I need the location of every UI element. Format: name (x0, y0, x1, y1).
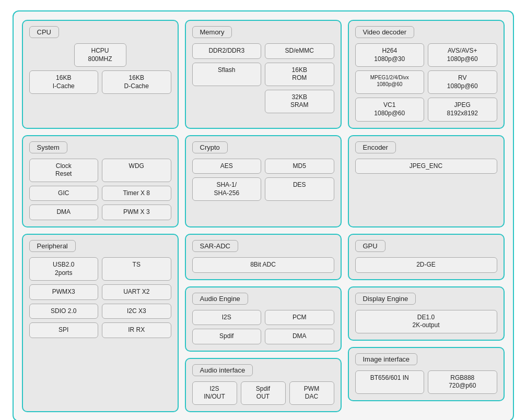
right-col: GPU 2D-GE Display Engine DE1.0 2K-output… (348, 234, 505, 412)
spi-cell: SPI (29, 322, 99, 338)
vc1-cell: VC1 1080p@60 (355, 98, 425, 121)
memory-title: Memory (192, 26, 232, 38)
video-decoder-block: Video decoder H264 1080p@30 AVS/AVS+ 108… (348, 20, 505, 129)
jpeg-enc-cell: JPEG_ENC (355, 159, 497, 174)
h264-cell: H264 1080p@30 (355, 43, 425, 67)
pwm-dac-cell: PWM DAC (289, 381, 334, 405)
ir-cell: IR RX (102, 322, 171, 338)
ddr2-cell: DDR2/DDR3 (192, 43, 262, 59)
ge-cell: 2D-GE (355, 257, 497, 273)
rv-cell: RV 1080p@60 (428, 70, 497, 94)
timer-cell: Timer X 8 (102, 186, 171, 201)
block-diagram: CPU HCPU 800MHZ 16KB I-Cache 16KB D-Cach… (13, 10, 514, 420)
aes-cell: AES (192, 159, 262, 174)
sar-adc-title: SAR-ADC (192, 240, 239, 252)
hcpu-cell: HCPU 800MHZ (74, 43, 126, 67)
audio-engine-block: Audio Engine I2S PCM Spdif DMA (185, 286, 342, 352)
image-interface-title: Image interface (355, 353, 418, 365)
display-engine-block: Display Engine DE1.0 2K-output (348, 286, 505, 341)
peripheral-block: Peripheral USB2.0 2ports TS PWMX3 UART X… (22, 234, 179, 412)
sar-adc-block: SAR-ADC 8Bit ADC (185, 234, 342, 280)
i2c-cell: I2C X3 (102, 304, 171, 319)
md5-cell: MD5 (265, 159, 334, 174)
adc-cell: 8Bit ADC (192, 257, 334, 273)
uart-cell: UART X2 (102, 284, 171, 300)
bt656-cell: BT656/601 IN (355, 370, 425, 394)
gpu-title: GPU (355, 240, 385, 252)
wdg-cell: WDG (102, 159, 171, 182)
spdif-engine-cell: Spdif (192, 329, 262, 344)
sdio-cell: SDIO 2.0 (29, 304, 99, 319)
pwmx3-cell: PWMX3 (29, 284, 99, 300)
peripheral-title: Peripheral (29, 240, 76, 252)
audio-engine-title: Audio Engine (192, 293, 248, 305)
sram-cell: 32KB SRAM (265, 90, 334, 113)
audio-interface-block: Audio interface I2S IN/OUT Spdif OUT PWM… (185, 358, 342, 412)
i2s-cell: I2S (192, 310, 262, 326)
pwm-cell: PWM X 3 (102, 205, 171, 220)
rgb888-cell: RGB888 720@p60 (428, 370, 497, 394)
encoder-title: Encoder (355, 141, 396, 153)
i2s-inout-cell: I2S IN/OUT (192, 381, 237, 405)
usb-cell: USB2.0 2ports (29, 257, 99, 281)
jpeg-cell: JPEG 8192x8192 (428, 98, 497, 121)
middle-col: SAR-ADC 8Bit ADC Audio Engine I2S PCM Sp… (185, 234, 342, 412)
spdif-out-cell: Spdif OUT (241, 381, 286, 405)
dma-engine-cell: DMA (265, 329, 334, 344)
de-cell: DE1.0 2K-output (355, 310, 497, 333)
cpu-title: CPU (29, 26, 59, 38)
rom-cell: 16KB ROM (265, 63, 334, 86)
image-interface-block: Image interface BT656/601 IN RGB888 720@… (348, 347, 505, 401)
crypto-block: Crypto AES MD5 SHA-1/ SHA-256 DES (185, 135, 342, 227)
crypto-title: Crypto (192, 141, 228, 153)
icache-cell: 16KB I-Cache (29, 70, 99, 94)
sflash-cell: Sflash (192, 63, 262, 86)
clock-reset-cell: Clock Reset (29, 159, 99, 182)
display-engine-title: Display Engine (355, 293, 416, 305)
sdemmc-cell: SD/eMMC (265, 43, 334, 59)
memory-block: Memory DDR2/DDR3 SD/eMMC Sflash 16KB ROM… (185, 20, 342, 129)
main-grid: CPU HCPU 800MHZ 16KB I-Cache 16KB D-Cach… (22, 20, 505, 412)
system-block: System Clock Reset WDG GIC Timer X 8 DMA… (22, 135, 179, 227)
avs-cell: AVS/AVS+ 1080p@60 (428, 43, 497, 67)
dcache-cell: 16KB D-Cache (102, 70, 171, 94)
gpu-block: GPU 2D-GE (348, 234, 505, 280)
pcm-cell: PCM (265, 310, 334, 326)
encoder-block: Encoder JPEG_ENC (348, 135, 505, 227)
cpu-block: CPU HCPU 800MHZ 16KB I-Cache 16KB D-Cach… (22, 20, 179, 129)
video-decoder-title: Video decoder (355, 26, 415, 38)
system-title: System (29, 141, 67, 153)
gic-cell: GIC (29, 186, 99, 201)
ts-cell: TS (102, 257, 171, 281)
audio-interface-title: Audio interface (192, 364, 253, 376)
dma-cell: DMA (29, 205, 99, 220)
des-cell: DES (265, 177, 334, 201)
mpeg-cell: MPEG1/2/4/Divx 1080p@60 (355, 70, 425, 94)
sha-cell: SHA-1/ SHA-256 (192, 177, 262, 201)
